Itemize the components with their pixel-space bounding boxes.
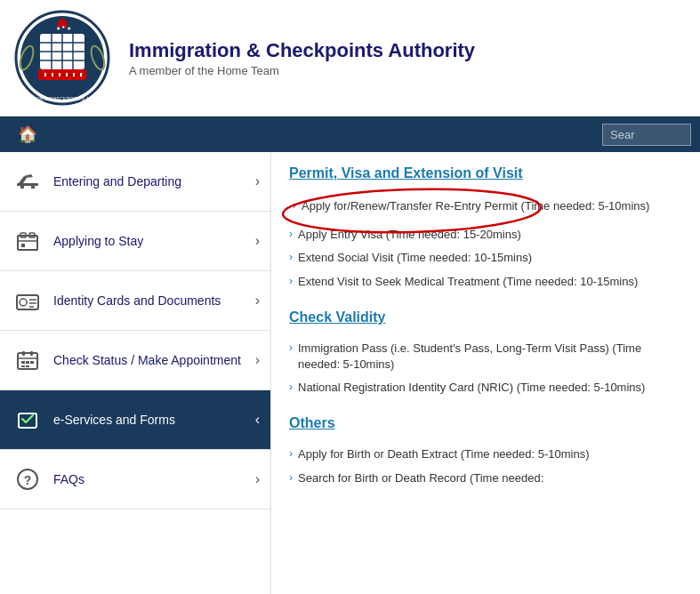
section-others: Others › Apply for Birth or Death Extrac… <box>289 415 682 489</box>
svg-rect-37 <box>22 351 25 356</box>
menu-item-re-entry-permit[interactable]: › Apply for/Renew/Transfer Re-Entry Perm… <box>289 193 682 220</box>
site-subtitle: A member of the Home Team <box>129 64 475 77</box>
chevron-icon: › <box>289 447 293 460</box>
menu-item-text-immigration-pass: Immigration Pass (i.e. Student's Pass, L… <box>298 341 682 373</box>
svg-rect-23 <box>20 186 24 189</box>
menu-item-text-birth-death-record: Search for Birth or Death Record (Time n… <box>298 470 543 486</box>
chevron-icon: › <box>293 199 296 212</box>
faqs-icon: ? <box>11 462 44 496</box>
sidebar-arrow-check-status: › <box>255 352 260 368</box>
menu-item-text-birth-death-extract: Apply for Birth or Death Extract (Time n… <box>298 446 590 462</box>
menu-item-extend-social[interactable]: › Extend Social Visit (Time needed: 10-1… <box>289 246 682 269</box>
svg-text:★: ★ <box>56 26 60 31</box>
chevron-icon: › <box>289 341 293 354</box>
menu-list-others: › Apply for Birth or Death Extract (Time… <box>289 443 682 489</box>
chevron-icon: › <box>289 275 293 287</box>
svg-rect-42 <box>21 365 25 367</box>
menu-item-birth-death-record[interactable]: › Search for Birth or Death Record (Time… <box>289 467 682 490</box>
main-layout: Entering and Departing › Applying to Sta… <box>0 152 700 594</box>
sidebar-item-entering-departing[interactable]: Entering and Departing › <box>0 152 270 212</box>
chevron-icon: › <box>289 381 293 393</box>
applying-to-stay-icon <box>11 224 44 258</box>
sidebar-label-check-status: Check Status / Make Appointment <box>44 352 255 368</box>
site-title: Immigration & Checkpoints Authority <box>129 39 475 62</box>
sidebar-item-check-status[interactable]: Check Status / Make Appointment › <box>0 331 270 390</box>
section-check-validity: Check Validity › Immigration Pass (i.e. … <box>289 309 682 400</box>
svg-line-46 <box>26 415 33 422</box>
svg-rect-29 <box>21 244 25 247</box>
sidebar-label-faqs: FAQs <box>44 471 255 487</box>
chevron-icon: › <box>289 228 293 240</box>
menu-list-check-validity: › Immigration Pass (i.e. Student's Pass,… <box>289 337 682 400</box>
menu-item-immigration-pass[interactable]: › Immigration Pass (i.e. Student's Pass,… <box>289 337 682 376</box>
svg-rect-22 <box>17 183 38 186</box>
search-input[interactable] <box>602 124 691 146</box>
menu-item-text-extend-medical: Extend Visit to Seek Medical Treatment (… <box>298 274 638 290</box>
section-title-permit-visa: Permit, Visa and Extension of Visit <box>289 165 682 184</box>
svg-text:★: ★ <box>67 26 71 31</box>
menu-item-text-entry-visa: Apply Entry Visa (Time needed: 15-20mins… <box>298 227 521 243</box>
chevron-icon: › <box>289 471 293 484</box>
home-button[interactable]: 🏠 <box>9 116 46 152</box>
menu-item-text-nric: National Registration Identity Card (NRI… <box>298 380 645 396</box>
entering-departing-icon <box>11 165 44 198</box>
menu-item-nric[interactable]: › National Registration Identity Card (N… <box>289 376 682 399</box>
sidebar-arrow-faqs: › <box>255 471 260 487</box>
logo: ★ ★ ★ IMMIGRATION & CHECKPOINTS AUTHORIT… <box>13 9 111 107</box>
nav-bar: 🏠 <box>0 116 700 152</box>
check-status-icon <box>11 343 44 377</box>
sidebar-label-eservices: e-Services and Forms <box>44 412 255 428</box>
svg-rect-41 <box>30 361 34 364</box>
section-title-check-validity: Check Validity <box>289 309 682 328</box>
sidebar-label-identity-cards: Identity Cards and Documents <box>44 293 255 309</box>
menu-list-permit-visa: › Apply Entry Visa (Time needed: 15-20mi… <box>289 223 682 293</box>
sidebar-item-faqs[interactable]: ? FAQs › <box>0 450 270 510</box>
sidebar-item-eservices[interactable]: e-Services and Forms ‹ <box>0 390 270 450</box>
page-header: ★ ★ ★ IMMIGRATION & CHECKPOINTS AUTHORIT… <box>0 0 700 116</box>
sidebar-arrow-identity-cards: › <box>255 293 260 309</box>
svg-rect-43 <box>26 365 29 367</box>
sidebar-item-identity-cards[interactable]: Identity Cards and Documents › <box>0 271 270 331</box>
svg-rect-38 <box>30 351 33 356</box>
sidebar-arrow-eservices: ‹ <box>255 412 260 428</box>
svg-text:IMMIGRATION & CHECKPOINTS AUTH: IMMIGRATION & CHECKPOINTS AUTHORITY <box>13 96 111 101</box>
svg-point-31 <box>20 299 27 306</box>
content-area: Permit, Visa and Extension of Visit › Ap… <box>271 152 700 594</box>
section-permit-visa: Permit, Visa and Extension of Visit › Ap… <box>289 165 682 293</box>
menu-item-birth-death-extract[interactable]: › Apply for Birth or Death Extract (Time… <box>289 443 682 466</box>
sidebar-label-entering-departing: Entering and Departing <box>44 173 255 189</box>
header-text: Immigration & Checkpoints Authority A me… <box>129 39 475 77</box>
eservices-icon <box>11 403 44 437</box>
sidebar-label-applying-to-stay: Applying to Stay <box>44 233 255 249</box>
sidebar-item-applying-to-stay[interactable]: Applying to Stay › <box>0 212 270 271</box>
menu-item-text-extend-social: Extend Social Visit (Time needed: 10-15m… <box>298 250 532 266</box>
sidebar: Entering and Departing › Applying to Sta… <box>0 152 271 594</box>
chevron-icon: › <box>289 251 293 263</box>
sidebar-arrow-entering-departing: › <box>255 173 260 189</box>
menu-item-entry-visa[interactable]: › Apply Entry Visa (Time needed: 15-20mi… <box>289 223 682 246</box>
svg-rect-40 <box>26 361 29 364</box>
sidebar-arrow-applying-to-stay: › <box>255 233 260 249</box>
identity-cards-icon <box>11 284 44 317</box>
svg-text:?: ? <box>24 473 32 487</box>
menu-item-extend-medical[interactable]: › Extend Visit to Seek Medical Treatment… <box>289 270 682 293</box>
section-title-others: Others <box>289 415 682 434</box>
svg-rect-39 <box>21 361 25 364</box>
svg-rect-24 <box>31 186 35 189</box>
menu-item-text-re-entry-permit: Apply for/Renew/Transfer Re-Entry Permit… <box>302 198 649 214</box>
